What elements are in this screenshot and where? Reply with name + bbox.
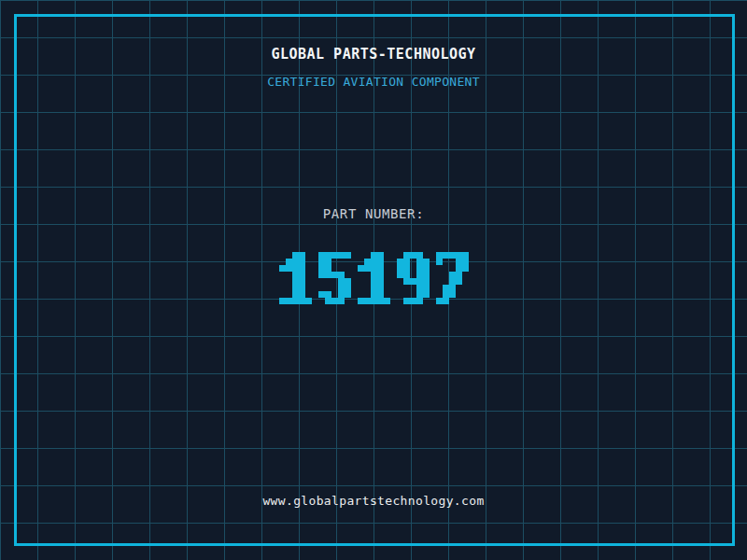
company-title: GLOBAL PARTS-TECHNOLOGY	[0, 46, 747, 63]
certification-subtitle: CERTIFIED AVIATION COMPONENT	[0, 75, 747, 89]
part-number-label: PART NUMBER:	[0, 206, 747, 221]
website-url: www.globalpartstechnology.com	[0, 494, 747, 508]
blueprint-page: { "header": { "title": "GLOBAL PARTS-TEC…	[0, 0, 747, 560]
part-number-display	[0, 252, 747, 304]
